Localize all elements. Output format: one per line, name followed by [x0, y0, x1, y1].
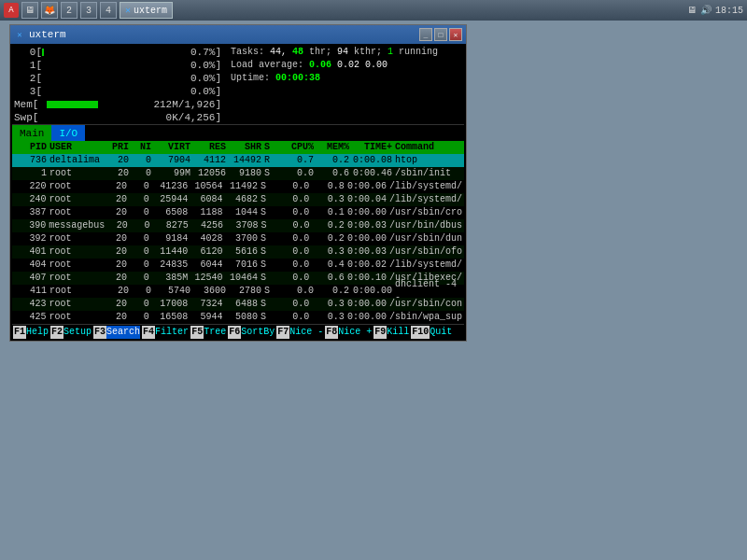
shr-cell: 2780 [229, 285, 264, 298]
col-virt: VIRT [154, 141, 193, 154]
fkey-setup[interactable]: F2Setup [49, 326, 92, 339]
tasks-value: 44, [270, 46, 292, 59]
taskbar-browser-btn[interactable]: 🦊 [41, 2, 58, 19]
cpu-cell: 0.0 [274, 272, 312, 285]
table-row[interactable]: 411 root 20 0 5740 3600 2780 S 0.0 0.2 0… [12, 285, 464, 298]
pri-cell: 20 [105, 298, 131, 311]
pid-cell: 425 [14, 311, 49, 324]
fkey-help[interactable]: F1Help [12, 326, 49, 339]
cpu-cell: 0.0 [274, 259, 312, 272]
table-row[interactable]: 220 root 20 0 41236 10564 11492 S 0.0 0.… [12, 180, 464, 193]
load5: 0.02 [331, 59, 359, 72]
res-cell: 6084 [190, 193, 225, 206]
user-cell: root [49, 245, 104, 259]
cmd-cell: /sbin/wpa_sup [389, 311, 462, 324]
table-row[interactable]: 401 root 20 0 11440 6120 5616 S 0.0 0.3 … [12, 245, 464, 259]
fkey-num: F1 [13, 326, 26, 339]
thr-value: 48 [292, 46, 303, 59]
cpu-cell: 0.0 [274, 219, 312, 232]
table-row[interactable]: 392 root 20 0 9184 4028 3700 S 0.0 0.2 0… [12, 232, 464, 245]
fkey-sortby[interactable]: F6SortBy [227, 326, 275, 339]
res-cell: 3600 [193, 285, 229, 298]
taskbar-num4[interactable]: 4 [100, 2, 117, 19]
mem-cell: 0.8 [312, 180, 346, 193]
taskbar-uxterm[interactable]: ✕ uxterm [120, 2, 173, 19]
swp-label: Swp[ [14, 111, 47, 124]
mem-cell: 0.6 [317, 167, 352, 180]
res-cell: 6120 [190, 245, 225, 259]
fkey-nice +[interactable]: F8Nice + [324, 326, 373, 339]
cmd-cell: /usr/bin/dbus [389, 219, 462, 232]
table-row[interactable]: 736 deltalima 20 0 7904 4112 14492 R 0.7… [12, 154, 464, 167]
time-cell: 0:00.00 [347, 206, 389, 219]
minimize-button[interactable]: _ [419, 28, 432, 41]
table-row[interactable]: 1 root 20 0 99M 12056 9180 S 0.0 0.6 0:0… [12, 167, 464, 180]
table-row[interactable]: 404 root 20 0 24835 6044 7016 S 0.0 0.4 … [12, 259, 464, 272]
shr-cell: 3700 [226, 232, 261, 245]
col-cpu: CPU% [277, 141, 317, 154]
col-time: TIME+ [352, 141, 395, 154]
ni-cell: 0 [130, 193, 152, 206]
taskbar-num2[interactable]: 2 [61, 2, 78, 19]
system-info: Tasks: 44, 48 thr; 94 kthr; 1 running Lo… [231, 46, 464, 124]
fkey-nice -[interactable]: F7Nice - [275, 326, 324, 339]
taskbar-monitor-btn[interactable]: 🖥 [21, 2, 38, 19]
col-mem: MEM% [317, 141, 352, 154]
col-res: RES [193, 141, 229, 154]
mem-cell: 0.3 [312, 311, 346, 324]
mem-row: Mem[ 212M/1,926] [14, 98, 221, 111]
cpu-section: 0[ 0.7%] 1[ 0.0%] 2[ [12, 46, 464, 124]
cpu-bar-0 [42, 48, 189, 57]
s-cell: S [261, 259, 274, 272]
close-button[interactable]: ✕ [449, 28, 462, 41]
table-row[interactable]: 240 root 20 0 25944 6084 4682 S 0.0 0.3 … [12, 193, 464, 206]
s-cell: S [261, 232, 274, 245]
table-row[interactable]: 425 root 20 0 16508 5944 5080 S 0.0 0.3 … [12, 311, 464, 324]
ni-cell: 0 [130, 245, 152, 259]
maximize-button[interactable]: □ [434, 28, 447, 41]
cpu-cell: 0.0 [274, 180, 312, 193]
taskbar-num3[interactable]: 3 [80, 2, 97, 19]
mem-cell: 0.3 [312, 245, 346, 259]
cmd-cell: /usr/sbin/cro [389, 206, 462, 219]
res-cell: 10564 [190, 180, 225, 193]
mem-cell: 0.3 [312, 298, 346, 311]
mem-cell: 0.2 [317, 285, 352, 298]
cpu-label-1: 1[ [14, 59, 42, 72]
s-cell: S [261, 311, 274, 324]
fkey-quit[interactable]: F10Quit [410, 326, 453, 339]
app-menu-icon[interactable]: A [4, 3, 19, 18]
table-row[interactable]: 423 root 20 0 17008 7324 6488 S 0.0 0.3 … [12, 298, 464, 311]
cpu-label-0: 0[ [14, 46, 42, 59]
s-cell: R [264, 154, 277, 167]
load15: 0.00 [359, 59, 388, 72]
ni-cell: 0 [130, 272, 152, 285]
audio-icon: 🔊 [700, 5, 712, 16]
load-label: Load average: [231, 59, 309, 72]
fkey-search[interactable]: F3Search [92, 326, 141, 339]
pid-cell: 220 [14, 180, 49, 193]
mem-label: Mem[ [14, 98, 47, 111]
fkey-tree[interactable]: F5Tree [190, 326, 227, 339]
table-row[interactable]: 390 messagebus 20 0 8275 4256 3708 S 0.0… [12, 219, 464, 232]
time-cell: 0:00.04 [347, 193, 389, 206]
fkey-kill[interactable]: F9Kill [373, 326, 410, 339]
shr-cell: 6488 [226, 298, 261, 311]
col-cmd: Command [395, 141, 462, 154]
tabs-row: Main I/O [12, 124, 464, 141]
ni-cell: 0 [132, 154, 154, 167]
tab-io[interactable]: I/O [51, 125, 85, 141]
uxterm-window: ✕ uxterm _ □ ✕ 0[ 0.7%] 1[ [9, 24, 467, 342]
pid-cell: 1 [14, 167, 49, 180]
cpu-row-2: 2[ 0.0%] [14, 72, 221, 85]
table-row[interactable]: 387 root 20 0 6508 1188 1044 S 0.0 0.1 0… [12, 206, 464, 219]
fkey-filter[interactable]: F4Filter [141, 326, 190, 339]
tab-main[interactable]: Main [12, 125, 51, 141]
tasks-row: Tasks: 44, 48 thr; 94 kthr; 1 running [231, 46, 460, 59]
user-cell: deltalima [49, 154, 106, 167]
shr-cell: 5080 [226, 311, 261, 324]
fkey-num: F10 [411, 326, 430, 339]
pri-cell: 20 [105, 206, 131, 219]
s-cell: S [261, 180, 274, 193]
load1: 0.06 [309, 59, 331, 72]
